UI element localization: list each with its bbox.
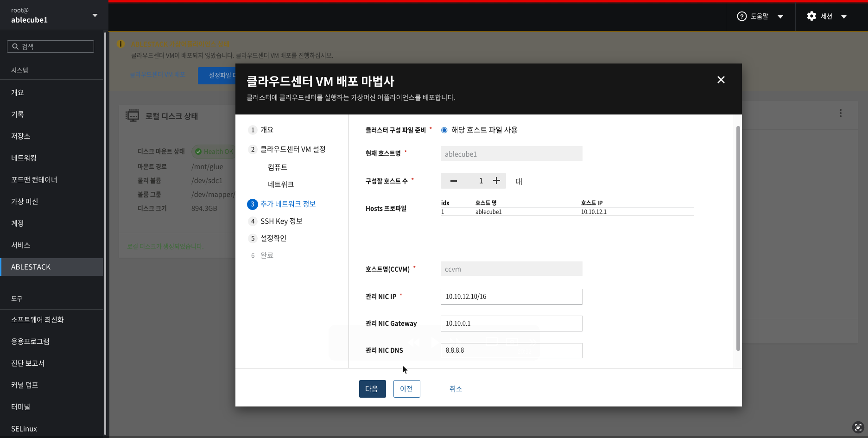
svg-text:20:32: 20:32 — [518, 349, 532, 355]
svg-text:?: ? — [740, 13, 744, 20]
